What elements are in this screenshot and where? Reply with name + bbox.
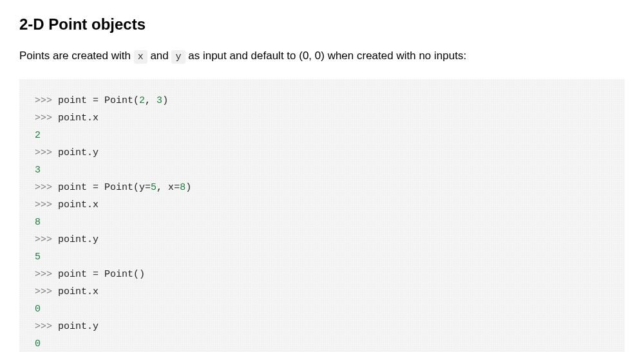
code-token: ) [162,95,168,106]
code-token: point [58,269,93,280]
repl-prompt: >>> [35,95,52,106]
intro-paragraph: Points are created with x and y as input… [19,48,625,65]
code-token: = [93,95,99,106]
intro-text-prefix: Points are created with [19,50,134,62]
code-output: 2 [35,130,41,141]
code-token: point [58,95,93,106]
code-token: ) [185,182,191,193]
code-token: point.y [58,321,99,332]
code-token: point [58,182,93,193]
repl-prompt: >>> [35,199,52,210]
code-number: 3 [156,95,162,106]
code-number: 8 [180,182,185,193]
code-output: 3 [35,165,41,176]
code-output: 8 [35,217,41,228]
section-heading: 2-D Point objects [19,13,625,36]
code-number: 5 [151,182,156,193]
inline-code-y: y [171,50,185,64]
code-token: , [145,95,156,106]
repl-prompt: >>> [35,321,52,332]
code-number: 2 [139,95,145,106]
repl-prompt: >>> [35,147,52,158]
code-output: 5 [35,252,41,263]
code-token: point.x [58,113,99,124]
code-token: Point() [99,269,145,280]
code-token: point.y [58,234,99,245]
code-token: Point(y [99,182,145,193]
repl-prompt: >>> [35,269,52,280]
repl-prompt: >>> [35,286,52,297]
code-token: = [93,269,99,280]
code-token: , x [156,182,174,193]
code-token: point.x [58,286,99,297]
code-token: = [93,182,99,193]
repl-prompt: >>> [35,234,52,245]
repl-prompt: >>> [35,113,52,124]
repl-prompt: >>> [35,182,52,193]
code-token: = [145,182,151,193]
code-token: point.x [58,199,99,210]
intro-text-mid: and [147,50,172,62]
code-token: point.y [58,147,99,158]
intro-text-suffix: as input and default to (0, 0) when crea… [185,50,467,62]
code-token: = [174,182,180,193]
code-output: 0 [35,304,41,315]
code-output: 0 [35,338,41,349]
inline-code-x: x [134,50,147,64]
code-token: Point( [99,95,139,106]
code-block: >>> point = Point(2, 3) >>> point.x 2 >>… [19,79,625,353]
